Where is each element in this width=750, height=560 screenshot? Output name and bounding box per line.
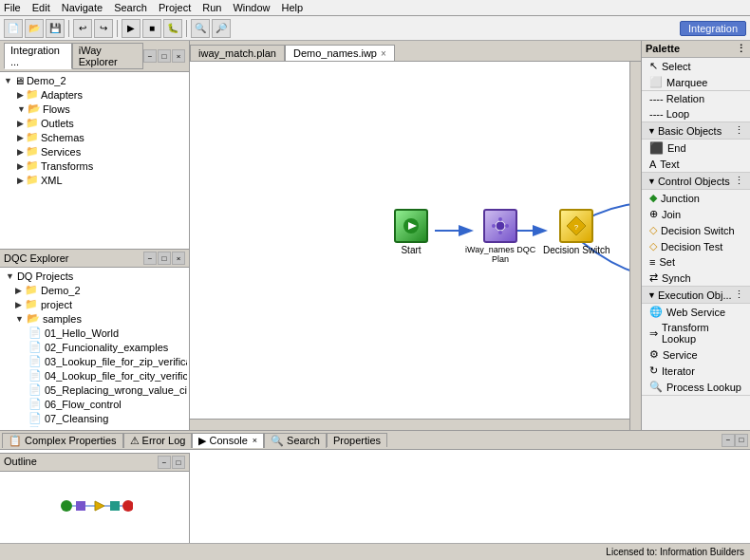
tree-transforms[interactable]: ▶ 📁 Transforms (2, 159, 187, 173)
control-more-icon[interactable]: ⋮ (734, 175, 744, 187)
editor-area: iway_match.plan Demo_names.iwp × (190, 41, 641, 430)
menu-edit[interactable]: Edit (32, 2, 50, 13)
tree-services[interactable]: ▶ 📁 Services (2, 144, 187, 159)
menu-project[interactable]: Project (159, 2, 191, 13)
palette-end[interactable]: ⬛ End (642, 140, 750, 157)
menu-help[interactable]: Help (282, 2, 304, 13)
menu-navigate[interactable]: Navigate (62, 2, 103, 13)
dqc-item-5[interactable]: 📄 06_Flow_control (2, 397, 187, 411)
dqc-item-4[interactable]: 📄 05_Replacing_wrong_value_cit (2, 383, 187, 397)
dqc-explorer-panel: DQC Explorer − □ × ▼ DQ Projects ▶ 📁 Dem… (0, 250, 189, 430)
dqc-project[interactable]: ▶ 📁 project (2, 297, 187, 311)
zoom-in-button[interactable]: 🔍 (191, 19, 210, 38)
palette-set[interactable]: ≡ Set (642, 254, 750, 270)
bottom-maximize-icon[interactable]: □ (735, 434, 748, 447)
iway-tab-label: iway_match.plan (198, 47, 276, 59)
palette-decision-test[interactable]: ◇ Decision Test (642, 238, 750, 254)
palette-process-lookup[interactable]: 🔍 Process Lookup (642, 379, 750, 395)
palette-iterator-label: Iterator (662, 365, 695, 377)
node-iway[interactable]: iWay_names DQCPlan (465, 209, 535, 264)
dqc-item-3[interactable]: 📄 04_Lookup_file_for_city_verific (2, 368, 187, 383)
dqc-root[interactable]: ▼ DQ Projects (2, 270, 187, 283)
dqc-item-0[interactable]: 📄 01_Hello_World (2, 326, 187, 340)
palette-marquee[interactable]: ⬜ Marquee (642, 74, 750, 90)
palette-options-icon[interactable]: ⋮ (736, 43, 746, 55)
toolbar-separator-3 (186, 20, 187, 37)
basic-more-icon[interactable]: ⋮ (734, 124, 744, 137)
tab-error-log[interactable]: ⚠ Error Log (123, 433, 193, 448)
outline-minimize-icon[interactable]: − (158, 456, 171, 469)
save-button[interactable]: 💾 (46, 19, 65, 38)
dqc-minimize-icon[interactable]: − (143, 252, 157, 265)
dqc-demo2[interactable]: ▶ 📁 Demo_2 (2, 283, 187, 297)
palette-service[interactable]: ⚙ Service (642, 346, 750, 363)
palette-decision-switch-label: Decision Switch (661, 225, 735, 236)
canvas-scrollbar-h[interactable] (190, 419, 629, 430)
dqc-item-1[interactable]: 📄 02_Funcionality_examples (2, 340, 187, 354)
dqc-item-7[interactable]: 📄 08_Match_and_merge (2, 425, 187, 427)
stop-button[interactable]: ■ (142, 19, 161, 38)
palette-relation[interactable]: ---- Relation (642, 91, 750, 106)
console-tab-close[interactable]: × (253, 436, 257, 445)
palette-transform[interactable]: ⇒ Transform Lookup (642, 320, 750, 346)
palette-loop[interactable]: ---- Loop (642, 106, 750, 121)
dqc-maximize-icon[interactable]: □ (158, 252, 171, 265)
tree-root[interactable]: ▼ 🖥 Demo_2 (2, 74, 187, 87)
close-icon[interactable]: × (172, 49, 185, 63)
zoom-out-button[interactable]: 🔎 (212, 19, 231, 38)
tab-iway-explorer[interactable]: iWay Explorer (72, 43, 143, 69)
dqc-item-2[interactable]: 📄 03_Lookup_file_for_zip_verifica (2, 354, 187, 368)
execution-objects-header[interactable]: ▼ Execution Obj... ⋮ (642, 287, 750, 304)
palette-junction[interactable]: ◆ Junction (642, 190, 750, 206)
outline-icons: − □ (158, 456, 185, 469)
palette-synch[interactable]: ⇄ Synch (642, 270, 750, 286)
tree-adapters[interactable]: ▶ 📁 Adapters (2, 87, 187, 102)
control-objects-header[interactable]: ▼ Control Objects ⋮ (642, 173, 750, 190)
menu-run[interactable]: Run (202, 2, 221, 13)
palette-select[interactable]: ↖ Select (642, 58, 750, 74)
tab-iway-match[interactable]: iway_match.plan (190, 45, 285, 61)
palette-web-service[interactable]: 🌐 Web Service (642, 304, 750, 320)
debug-button[interactable]: 🐛 (163, 19, 182, 38)
basic-objects-header[interactable]: ▼ Basic Objects ⋮ (642, 122, 750, 140)
tab-properties[interactable]: Properties (327, 433, 387, 447)
demo-tab-close[interactable]: × (381, 48, 386, 59)
palette-marquee-label: Marquee (666, 77, 707, 88)
palette-join[interactable]: ⊕ Join (642, 206, 750, 222)
undo-button[interactable]: ↩ (73, 19, 92, 38)
tab-demo-names[interactable]: Demo_names.iwp × (285, 45, 395, 61)
execution-more-icon[interactable]: ⋮ (734, 289, 744, 301)
palette-decision-switch[interactable]: ◇ Decision Switch (642, 222, 750, 238)
tab-integration[interactable]: Integration ... (4, 43, 72, 69)
node-start[interactable]: Start (394, 209, 428, 255)
tree-xml[interactable]: ▶ 📁 XML (2, 173, 187, 187)
menu-window[interactable]: Window (233, 2, 270, 13)
tab-console[interactable]: ▶ Console × (192, 433, 264, 448)
tree-schemas[interactable]: ▶ 📁 Schemas (2, 130, 187, 144)
node-decision[interactable]: ? Decision Switch (543, 209, 610, 255)
redo-button[interactable]: ↪ (94, 19, 113, 38)
canvas-scrollbar-v[interactable] (629, 62, 641, 430)
tree-flows[interactable]: ▼ 📂 Flows (2, 102, 187, 116)
bottom-minimize-icon[interactable]: − (722, 434, 735, 447)
maximize-icon[interactable]: □ (158, 49, 171, 63)
canvas[interactable]: Start iWay_names DQCPlan (190, 62, 641, 430)
new-button[interactable]: 📄 (4, 19, 23, 38)
menu-search[interactable]: Search (114, 2, 147, 13)
palette-iterator[interactable]: ↻ Iterator (642, 363, 750, 379)
run-button[interactable]: ▶ (122, 19, 141, 38)
integration-perspective-button[interactable]: Integration (680, 21, 746, 36)
tab-complex-properties[interactable]: 📋 Complex Properties (2, 433, 123, 448)
palette-text[interactable]: A Text (642, 157, 750, 172)
start-node-icon (394, 209, 428, 243)
dqc-samples[interactable]: ▼ 📂 samples (2, 311, 187, 326)
dqc-item-6[interactable]: 📄 07_Cleansing (2, 411, 187, 425)
outline-maximize-icon[interactable]: □ (172, 456, 185, 469)
tab-search[interactable]: 🔍 Search (264, 433, 327, 448)
minimize-icon[interactable]: − (143, 49, 157, 63)
open-button[interactable]: 📂 (25, 19, 44, 38)
menu-file[interactable]: File (4, 2, 21, 13)
tree-outlets[interactable]: ▶ 📁 Outlets (2, 116, 187, 130)
toolbar: 📄 📂 💾 ↩ ↪ ▶ ■ 🐛 🔍 🔎 Integration (0, 16, 750, 41)
dqc-close-icon[interactable]: × (172, 252, 185, 265)
